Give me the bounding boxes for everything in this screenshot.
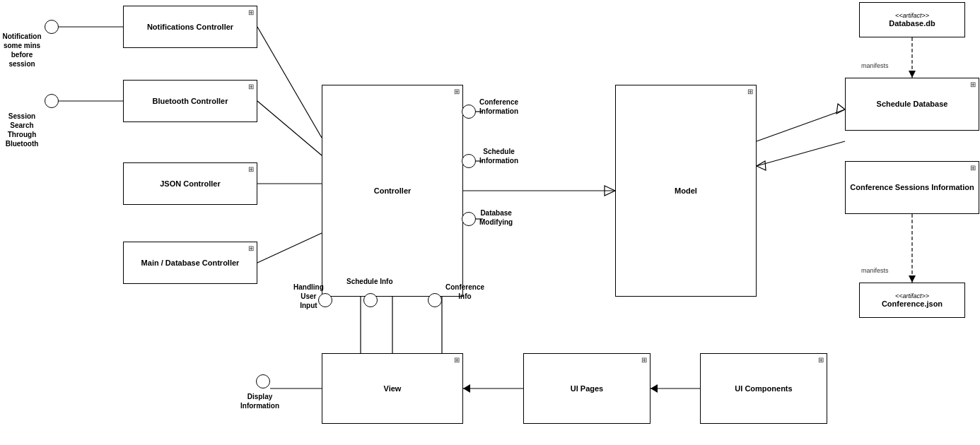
schedule-db-label: Schedule Database [877, 99, 948, 109]
controller-box: ⊞ Controller [322, 85, 463, 297]
view-box: ⊞ View [322, 353, 463, 424]
svg-line-8 [757, 109, 845, 141]
artifact-label-json-main: Conference.json [882, 299, 943, 308]
svg-marker-22 [909, 71, 916, 78]
main-db-controller-box: ⊞ Main / Database Controller [123, 242, 257, 284]
label-display-info: DisplayInformation [240, 392, 279, 410]
box-icon-maindb: ⊞ [248, 244, 254, 252]
label-notification: Notification some mins before session [0, 32, 44, 69]
svg-line-25 [757, 141, 845, 166]
bluetooth-controller-box: ⊞ Bluetooth Controller [123, 80, 257, 122]
box-icon-model: ⊞ [747, 88, 753, 95]
svg-line-0 [257, 27, 322, 138]
svg-marker-7 [605, 186, 615, 196]
json-controller-box: ⊞ JSON Controller [123, 162, 257, 205]
svg-marker-26 [757, 161, 766, 170]
box-icon-notif: ⊞ [248, 8, 254, 16]
artifact-label-db-top: <<artifact>> [895, 12, 929, 19]
diagram: ⊞ Notifications Controller ⊞ Bluetooth C… [0, 0, 980, 445]
view-label: View [384, 384, 402, 393]
label-bluetooth: Session Search Through Bluetooth [0, 112, 44, 148]
svg-marker-19 [651, 384, 658, 393]
bluetooth-controller-label: Bluetooth Controller [153, 96, 228, 106]
circle-bluetooth [45, 94, 59, 108]
notifications-controller-label: Notifications Controller [147, 22, 233, 32]
conf-sessions-label: Conference Sessions Information [850, 182, 974, 192]
box-icon-bt: ⊞ [248, 83, 254, 90]
artifact-label-json-top: <<artifact>> [895, 292, 929, 299]
box-icon-view: ⊞ [454, 356, 460, 364]
conference-json-artifact: <<artifact>> Conference.json [859, 283, 965, 318]
box-icon-controller: ⊞ [454, 88, 460, 95]
ui-pages-label: UI Pages [571, 384, 603, 393]
database-db-artifact: <<artifact>> Database.db [859, 2, 965, 37]
svg-marker-17 [463, 384, 470, 393]
circle-conference-info-bottom [428, 293, 442, 307]
label-conference-info-bottom: ConferenceInfo [445, 283, 484, 301]
circle-display [256, 374, 270, 388]
conf-sessions-box: ⊞ Conference Sessions Information [845, 161, 979, 214]
label-manifests-2: manifests [861, 267, 889, 274]
box-icon-schedule-db: ⊞ [970, 81, 976, 88]
svg-line-1 [257, 101, 322, 155]
box-icon-json: ⊞ [248, 165, 254, 173]
label-conference-info-rt: ConferenceInformation [479, 97, 518, 116]
label-schedule-info-rt: ScheduleInformation [479, 147, 518, 165]
ui-pages-box: ⊞ UI Pages [523, 353, 651, 424]
label-schedule-info-bottom: Schedule Info [346, 277, 393, 286]
label-handling-user-input: HandlingUserInput [293, 283, 324, 310]
main-db-controller-label: Main / Database Controller [141, 258, 240, 268]
svg-marker-24 [909, 275, 916, 283]
ui-components-label: UI Components [735, 384, 792, 393]
label-manifests-1: manifests [861, 62, 889, 69]
model-label: Model [675, 186, 697, 196]
circle-conference-info [462, 105, 476, 119]
notifications-controller-box: ⊞ Notifications Controller [123, 6, 257, 48]
circle-schedule-info-bottom [363, 293, 378, 307]
circle-db-modifying [462, 212, 476, 226]
json-controller-label: JSON Controller [160, 179, 221, 189]
label-db-modifying: DatabaseModifying [479, 208, 513, 227]
ui-components-box: ⊞ UI Components [700, 353, 827, 424]
circle-notification [45, 20, 59, 34]
model-box: ⊞ Model [615, 85, 757, 297]
schedule-db-box: ⊞ Schedule Database [845, 78, 979, 131]
svg-marker-9 [836, 104, 845, 114]
box-icon-ui-pages: ⊞ [641, 356, 647, 364]
circle-schedule-info [462, 154, 476, 168]
artifact-label-db-main: Database.db [889, 19, 935, 28]
box-icon-conf-sessions: ⊞ [970, 164, 976, 172]
controller-label: Controller [374, 186, 412, 196]
svg-line-3 [257, 233, 322, 263]
box-icon-ui-components: ⊞ [818, 356, 824, 364]
